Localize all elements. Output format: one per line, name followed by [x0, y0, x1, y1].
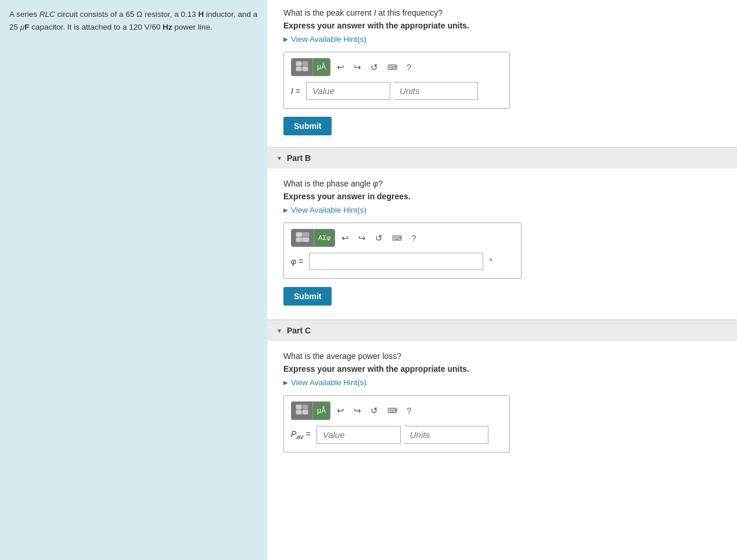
part-c-question: What is the average power loss? [283, 351, 721, 361]
part-b-note: Express your answer in degrees. [283, 192, 721, 201]
part-a-keyboard-btn[interactable]: ⌨ [384, 62, 400, 73]
left-panel: A series RLC circuit consists of a 65 Ω … [0, 0, 267, 560]
part-a-units-input[interactable] [394, 82, 478, 100]
hint-arrow-icon: ▶ [283, 36, 288, 42]
svg-rect-11 [296, 410, 301, 414]
part-a-unit-btn[interactable]: μÅ [313, 59, 330, 76]
part-b-section: ▼ Part B What is the phase angle φ? Expr… [267, 147, 737, 320]
part-a-question: What is the peak current I at this frequ… [283, 8, 721, 17]
part-b-label: Part B [287, 153, 311, 163]
svg-text:√□: √□ [297, 233, 302, 237]
part-c-label: Part C [287, 326, 311, 335]
part-c-answer-box: μÅ ↩ ↪ ↺ ⌨ ? Pav = [283, 395, 510, 452]
part-b-keyboard-btn[interactable]: ⌨ [389, 232, 405, 244]
part-b-input-row: φ = ° [291, 253, 514, 270]
part-b-hint-arrow-icon: ▶ [283, 207, 288, 213]
part-a-reset-btn[interactable]: ↺ [368, 60, 381, 74]
part-a-area: What is the peak current I at this frequ… [267, 0, 737, 147]
svg-rect-10 [303, 405, 308, 409]
part-c-content: What is the average power loss? Express … [267, 341, 737, 468]
part-b-header[interactable]: ▼ Part B [267, 148, 737, 168]
part-c-grid-btn[interactable] [292, 402, 313, 419]
part-b-hint-text: View Available Hint(s) [291, 206, 366, 214]
svg-rect-0 [296, 62, 301, 66]
part-b-phi-input[interactable] [309, 253, 483, 270]
part-a-undo-btn[interactable]: ↩ [334, 60, 347, 74]
part-c-units-input[interactable] [404, 426, 488, 444]
part-b-content: What is the phase angle φ? Express your … [267, 168, 737, 320]
part-c-section: ▼ Part C What is the average power loss?… [267, 320, 737, 468]
part-a-value-input[interactable] [306, 82, 390, 100]
part-b-help-btn[interactable]: ? [408, 231, 419, 245]
part-a-answer-box: μÅ ↩ ↪ ↺ ⌨ ? I = [283, 52, 510, 109]
part-c-format-btns[interactable]: μÅ [291, 401, 330, 419]
part-a-help-btn[interactable]: ? [404, 60, 414, 74]
part-b-undo-btn[interactable]: ↩ [339, 231, 352, 245]
hint-link-text: View Available Hint(s) [291, 35, 366, 44]
svg-rect-5 [303, 232, 309, 236]
svg-rect-7 [303, 238, 309, 242]
part-c-chevron-icon: ▼ [276, 328, 282, 334]
part-c-redo-btn[interactable]: ↪ [351, 404, 364, 418]
part-c-unit-btn[interactable]: μÅ [313, 402, 330, 419]
degree-symbol: ° [489, 257, 492, 266]
part-c-reset-btn[interactable]: ↺ [368, 404, 381, 418]
part-a-hint-link[interactable]: ▶ View Available Hint(s) [283, 35, 721, 44]
part-c-keyboard-btn[interactable]: ⌨ [384, 405, 400, 417]
part-a-submit-btn[interactable]: Submit [283, 117, 332, 135]
part-c-hint-arrow-icon: ▶ [283, 379, 288, 386]
part-b-greek-btn[interactable]: ΑΣφ [314, 229, 335, 246]
part-b-chevron-icon: ▼ [276, 155, 282, 161]
part-c-header[interactable]: ▼ Part C [267, 320, 737, 341]
part-c-undo-btn[interactable]: ↩ [334, 404, 347, 418]
part-c-help-btn[interactable]: ? [404, 404, 414, 417]
part-a-grid-btn[interactable] [292, 59, 313, 76]
part-c-toolbar: μÅ ↩ ↪ ↺ ⌨ ? [291, 401, 502, 419]
part-b-reset-btn[interactable]: ↺ [372, 231, 386, 245]
svg-rect-9 [296, 405, 301, 409]
part-b-answer-box: √□ ΑΣφ ↩ ↪ ↺ ⌨ ? φ = ° [283, 222, 522, 279]
part-c-note: Express your answer with the appropriate… [283, 364, 721, 374]
part-b-input-label: φ = [291, 257, 303, 266]
part-b-redo-btn[interactable]: ↪ [355, 231, 369, 245]
part-c-input-label: Pav = [291, 429, 311, 440]
part-c-hint-text: View Available Hint(s) [291, 378, 366, 387]
part-c-value-input[interactable] [317, 426, 401, 444]
part-a-toolbar: μÅ ↩ ↪ ↺ ⌨ ? [291, 58, 502, 76]
part-b-submit-btn[interactable]: Submit [283, 287, 332, 306]
part-c-input-row: Pav = [291, 426, 502, 444]
part-b-math-btn[interactable]: √□ [292, 229, 314, 246]
part-a-format-btns[interactable]: μÅ [291, 58, 330, 76]
right-panel: What is the peak current I at this frequ… [267, 0, 737, 560]
part-b-toolbar: √□ ΑΣφ ↩ ↪ ↺ ⌨ ? [291, 229, 514, 247]
svg-rect-3 [303, 67, 308, 71]
part-c-hint-link[interactable]: ▶ View Available Hint(s) [283, 378, 721, 387]
part-b-question: What is the phase angle φ? [283, 179, 721, 188]
part-b-format-btns[interactable]: √□ ΑΣφ [291, 229, 335, 247]
svg-rect-2 [296, 67, 301, 71]
part-a-note: Express your answer with the appropriate… [283, 21, 721, 30]
part-b-hint-link[interactable]: ▶ View Available Hint(s) [283, 206, 721, 214]
svg-rect-12 [303, 410, 308, 414]
part-a-input-label: I = [291, 87, 300, 96]
svg-rect-1 [303, 62, 308, 66]
part-a-redo-btn[interactable]: ↪ [351, 60, 364, 74]
problem-text: A series RLC circuit consists of a 65 Ω … [9, 8, 258, 33]
svg-rect-6 [296, 238, 302, 242]
part-a-input-row: I = [291, 82, 502, 100]
